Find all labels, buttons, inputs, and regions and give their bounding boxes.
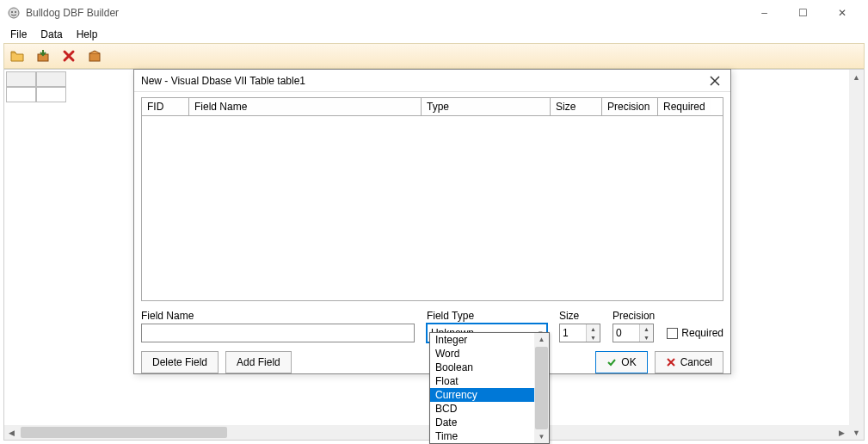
delete-field-button[interactable]: Delete Field (141, 351, 219, 373)
scroll-thumb[interactable] (535, 347, 548, 429)
mini-grid (6, 71, 66, 102)
window-title: Bulldog DBF Builder (26, 7, 745, 19)
mini-grid-header-cell[interactable] (6, 71, 36, 87)
toolbar (3, 43, 865, 69)
dropdown-option[interactable]: Date (430, 416, 534, 429)
title-bar: Bulldog DBF Builder – ☐ ✕ (0, 0, 868, 26)
col-precision[interactable]: Precision (602, 98, 658, 115)
spin-up-icon[interactable]: ▲ (587, 324, 600, 333)
open-folder-icon[interactable] (6, 46, 28, 66)
scroll-up-icon[interactable]: ▲ (849, 70, 864, 84)
dropdown-scrollbar[interactable]: ▲ ▼ (534, 333, 549, 443)
col-fid[interactable]: FID (142, 98, 189, 115)
dropdown-option[interactable]: Currency (430, 388, 534, 402)
size-label: Size (559, 310, 600, 322)
mini-grid-cell[interactable] (6, 87, 36, 102)
col-type[interactable]: Type (422, 98, 551, 115)
spin-down-icon[interactable]: ▼ (587, 333, 600, 342)
svg-point-1 (11, 11, 13, 13)
spin-up-icon[interactable]: ▲ (640, 324, 653, 333)
cancel-button[interactable]: Cancel (655, 351, 723, 373)
fields-grid-header: FID Field Name Type Size Precision Requi… (141, 97, 723, 116)
ok-button[interactable]: OK (595, 351, 647, 373)
field-name-input[interactable] (141, 324, 415, 342)
scroll-up-icon[interactable]: ▲ (534, 333, 549, 346)
dropdown-option[interactable]: Boolean (430, 361, 534, 374)
menu-bar: File Data Help (0, 26, 868, 43)
mini-grid-header-cell[interactable] (36, 71, 66, 87)
mini-grid-cell[interactable] (36, 87, 66, 102)
spin-down-icon[interactable]: ▼ (640, 333, 653, 342)
horizontal-scrollbar[interactable]: ◀ ▶ (4, 425, 849, 440)
export-box-icon[interactable] (83, 46, 106, 66)
required-checkbox[interactable] (667, 328, 678, 339)
field-type-label: Field Type (427, 310, 547, 322)
add-field-button[interactable]: Add Field (225, 351, 292, 373)
dropdown-option[interactable]: Word (430, 347, 534, 361)
check-icon (606, 357, 617, 367)
minimize-button[interactable]: – (745, 0, 784, 26)
dropdown-option[interactable]: BCD (430, 402, 534, 416)
vertical-scrollbar[interactable]: ▲ ▼ (849, 70, 864, 440)
scroll-down-icon[interactable]: ▼ (849, 425, 864, 440)
dropdown-option[interactable]: Float (430, 374, 534, 388)
fields-grid-body[interactable] (141, 116, 723, 301)
dialog-close-button[interactable] (706, 72, 723, 89)
delete-x-icon[interactable] (58, 46, 80, 66)
new-table-dialog: New - Visual Dbase VII Table table1 FID … (133, 69, 731, 374)
precision-input[interactable] (613, 324, 639, 342)
field-name-label: Field Name (141, 310, 415, 322)
field-type-dropdown-list[interactable]: IntegerWordBooleanFloatCurrencyBCDDateTi… (429, 332, 550, 444)
svg-rect-4 (89, 53, 100, 61)
x-icon (666, 357, 676, 367)
col-size[interactable]: Size (551, 98, 602, 115)
package-down-icon[interactable] (32, 46, 54, 66)
dropdown-option[interactable]: Time (430, 429, 534, 443)
scroll-thumb[interactable] (21, 427, 227, 438)
close-button[interactable]: ✕ (822, 0, 861, 26)
scroll-down-icon[interactable]: ▼ (534, 430, 549, 443)
precision-spinner[interactable]: ▲▼ (613, 324, 654, 342)
size-input[interactable] (560, 324, 586, 342)
col-field-name[interactable]: Field Name (189, 98, 422, 115)
dropdown-option[interactable]: Integer (430, 333, 534, 347)
scroll-right-icon[interactable]: ▶ (834, 425, 849, 440)
svg-point-2 (15, 11, 16, 13)
menu-file[interactable]: File (3, 27, 34, 42)
maximize-button[interactable]: ☐ (784, 0, 822, 26)
app-icon (7, 6, 21, 20)
menu-help[interactable]: Help (70, 27, 105, 42)
scroll-left-icon[interactable]: ◀ (4, 425, 19, 440)
dialog-title: New - Visual Dbase VII Table table1 (141, 75, 706, 87)
col-required[interactable]: Required (658, 98, 711, 115)
menu-data[interactable]: Data (34, 27, 69, 42)
precision-label: Precision (613, 310, 655, 322)
svg-point-0 (9, 8, 19, 18)
required-label: Required (681, 327, 723, 339)
size-spinner[interactable]: ▲▼ (559, 324, 600, 342)
